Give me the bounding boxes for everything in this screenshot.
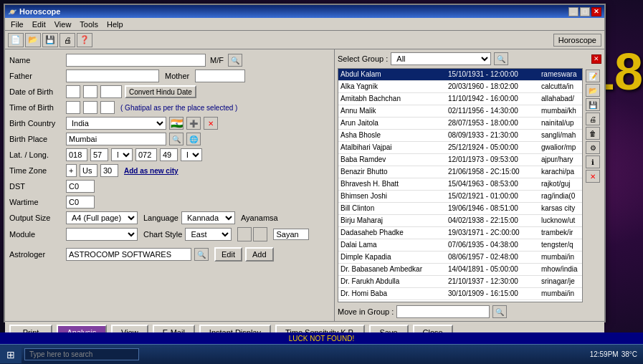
list-item[interactable]: Bill Clinton 19/06/1946 - 08:51:00 karsa… [338,203,582,215]
move-in-group-input[interactable] [396,305,490,318]
list-btn-8[interactable]: ✕ [586,170,600,183]
person-place: lucknow/ut [541,216,580,226]
close-window-button[interactable]: ✕ [591,7,601,16]
tz-h-input[interactable] [80,164,97,177]
person-place: karsas city [541,203,580,214]
birth-place-search-icon[interactable]: 🔍 [169,133,184,145]
maximize-button[interactable]: □ [580,7,590,16]
person-date: 30/10/1909 - 16:15:00 [448,289,541,299]
print-toolbar-btn[interactable]: 🖨 [59,33,75,47]
lat-dir-select[interactable]: NS [111,148,133,161]
menu-file[interactable]: File [6,19,28,29]
module-select[interactable] [66,228,138,241]
list-item[interactable]: Benazir Bhutto 21/06/1958 - 2C:15:00 kar… [338,166,582,178]
chart-style-select[interactable]: East North South [185,228,232,241]
list-item[interactable]: Dr. Homi Baba 30/10/1909 - 16:15:00 mumb… [338,288,582,300]
search-placeholder: Type here to search [29,350,92,358]
new-toolbar-btn[interactable]: 📄 [8,33,24,47]
mother-label: Mother [162,72,192,80]
tob-h[interactable] [66,101,80,114]
search-bar[interactable]: Type here to search [24,348,139,360]
birth-place-globe-icon[interactable]: 🌐 [186,133,201,145]
dst-input[interactable] [66,180,95,193]
name-search-button[interactable]: 🔍 [228,54,242,67]
move-in-group-label: Move in Group : [338,307,394,316]
mother-input[interactable] [195,70,245,82]
menu-view[interactable]: View [50,19,76,29]
list-item[interactable]: Birju Maharaj 04/02/1938 - 22:15:00 luck… [338,215,582,227]
dob-day[interactable] [66,85,80,98]
person-date: 04/02/1938 - 22:15:00 [448,216,541,226]
wartime-input[interactable] [66,196,95,209]
output-size-select[interactable]: A4 (Full page) [66,211,138,224]
group-select[interactable]: All [391,52,491,65]
list-btn-3[interactable]: 💾 [586,98,600,111]
group-icon-btn[interactable]: 🔍 [494,52,508,65]
lat-min-input[interactable] [90,148,108,161]
list-btn-6[interactable]: ⚙ [586,141,600,154]
tz-sign-input[interactable] [66,164,77,177]
add-new-city-link[interactable]: Add as new city [124,167,178,175]
person-name: Dr. Farukh Abdulla [340,277,448,287]
help-toolbar-btn[interactable]: ❓ [77,33,92,47]
father-input[interactable] [66,70,159,82]
list-item[interactable]: Abdul Kalam 15/10/1931 - 12:00:00 ramesw… [338,69,582,81]
country-add-icon[interactable]: ➕ [186,117,201,130]
list-item[interactable]: Bhimsen Joshi 15/02/1921 - 01:00:00 rag/… [338,191,582,203]
list-btn-4[interactable]: 🖨 [586,112,600,125]
dob-month[interactable] [83,85,97,98]
long-dir-select[interactable]: EW [181,148,202,161]
long-deg-input[interactable] [135,148,157,161]
list-item[interactable]: Dr. Babasaneb Ambedkar 14/04/1891 - 05:0… [338,264,582,276]
tob-m[interactable] [83,101,97,114]
list-btn-7[interactable]: ℹ [586,155,600,168]
list-item[interactable]: Dr. Farukh Abdulla 21/10/1937 - 12:30:00… [338,276,582,288]
list-item[interactable]: Annu Malik 02/11/1956 - 14:30:00 mumbai/… [338,105,582,118]
add-button[interactable]: Add [245,247,274,262]
lat-deg-input[interactable] [66,148,87,161]
convert-hindu-button[interactable]: Convert Hindu Date [125,85,196,98]
content-area: Name M/F 🔍 Father Mother Date of Birth C… [5,49,604,321]
start-button[interactable]: ⊞ [0,346,22,363]
astrologer-input[interactable] [66,248,191,261]
person-place: nainital/up [541,118,580,128]
list-item[interactable]: Arun Jaitola 28/07/1953 - 18:00:00 naini… [338,118,582,130]
group-close-btn[interactable]: ✕ [591,54,601,64]
long-min-input[interactable] [160,148,178,161]
list-item[interactable]: Dadasaheb Phadke 19/03/1971 - 2C:00:00 t… [338,227,582,239]
minimize-button[interactable]: _ [568,7,578,16]
list-btn-2[interactable]: 📂 [586,84,600,97]
list-item[interactable]: Alka Yagnik 20/03/1960 - 18:02:00 calcut… [338,81,582,93]
dst-label: DST [9,182,63,191]
list-item[interactable]: Baba Ramdev 12/01/1973 - 09:53:00 ajpur/… [338,154,582,166]
name-input[interactable] [66,54,206,67]
astrologer-row: Astrologer 🔍 Edit Add [9,244,330,264]
dob-year[interactable] [100,85,122,98]
birth-country-select[interactable]: India [66,117,166,130]
tz-m-input[interactable] [100,164,118,177]
language-select[interactable]: Kannada [181,211,235,224]
list-btn-1[interactable]: 📝 [586,70,600,82]
list-item[interactable]: Asha Bhosle 08/09/1933 - 21:30:00 sangli… [338,130,582,142]
person-name: Dimple Kapadia [340,252,448,262]
list-btn-5[interactable]: 🗑 [586,127,600,140]
menu-tools[interactable]: Tools [75,19,103,29]
country-remove-icon[interactable]: ✕ [204,117,218,130]
birth-place-input[interactable] [66,133,166,145]
person-place: karachi/pa [541,167,580,177]
right-side-buttons: 📝 📂 💾 🖨 🗑 ⚙ ℹ ✕ [584,68,601,302]
list-item[interactable]: Atalbihari Vajpai 25/12/1924 - 05:00:00 … [338,142,582,154]
list-item[interactable]: Amitabh Bachchan 11/10/1942 - 16:00:00 a… [338,93,582,105]
astrologer-search-button[interactable]: 🔍 [194,248,209,261]
move-in-group-btn[interactable]: 🔍 [492,305,507,318]
list-item[interactable]: Dalai Lama 07/06/1935 - 04:38:00 tengste… [338,239,582,252]
menu-help[interactable]: Help [103,19,128,29]
people-list[interactable]: Abdul Kalam 15/10/1931 - 12:00:00 ramesw… [338,68,583,302]
edit-button[interactable]: Edit [214,247,242,262]
tob-s[interactable] [100,101,115,114]
list-item[interactable]: Bhravesh H. Bhatt 15/04/1963 - 08:53:00 … [338,178,582,191]
open-toolbar-btn[interactable]: 📂 [25,33,41,47]
menu-edit[interactable]: Edit [28,19,50,29]
list-item[interactable]: Dimple Kapadia 08/06/1957 - 02:48:00 mum… [338,252,582,264]
save-toolbar-btn[interactable]: 💾 [42,33,58,47]
